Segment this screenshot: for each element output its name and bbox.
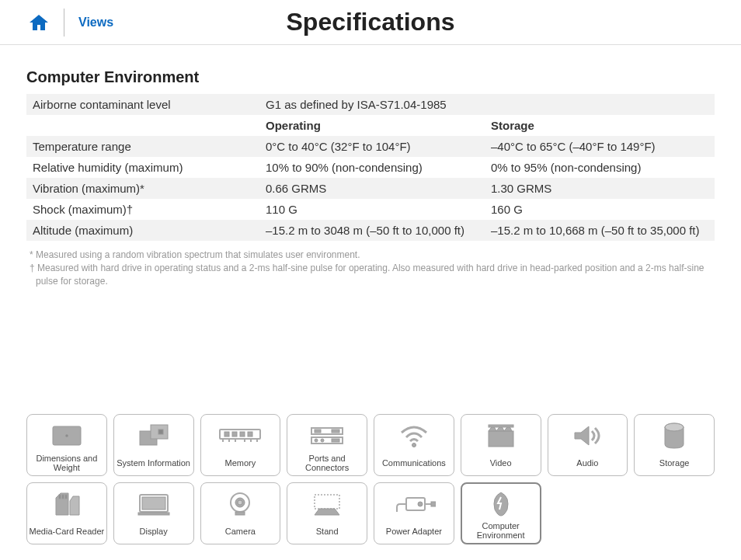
footnote: † Measured with hard drive in operating …	[36, 262, 715, 288]
svg-rect-42	[315, 495, 339, 509]
row-label: Altitude (maximum)	[26, 220, 259, 241]
display-icon	[116, 486, 192, 522]
audio-icon	[550, 418, 626, 454]
svg-rect-37	[138, 513, 169, 515]
nav-label: Audio	[576, 454, 598, 472]
stand-icon	[289, 486, 365, 522]
wifi-icon	[376, 418, 452, 454]
nav-stand[interactable]: Stand	[287, 482, 367, 544]
nav-label: Memory	[225, 454, 256, 472]
row-label: Temperature range	[26, 136, 259, 157]
nav-label: Computer Environment	[464, 521, 538, 540]
nav-display[interactable]: Display	[113, 482, 194, 544]
row-operating: 0°C to 40°C (32°F to 104°F)	[259, 136, 485, 157]
sd-card-icon	[29, 486, 105, 522]
nav-label: Storage	[659, 454, 690, 472]
nav-label: Video	[490, 454, 512, 472]
row-storage: 1.30 GRMS	[485, 178, 715, 199]
home-icon	[28, 13, 50, 32]
section-heading: Computer Environment	[26, 68, 715, 86]
page-title: Specifications	[287, 8, 455, 37]
row-storage: –40°C to 65°C (–40°F to 149°F)	[485, 136, 715, 157]
row-storage: –15.2 m to 10,668 m (–50 ft to 35,000 ft…	[485, 220, 715, 241]
top-bar: Views Specifications	[0, 0, 741, 45]
table-row: Shock (maximum)† 110 G 160 G	[26, 199, 715, 220]
svg-marker-29	[575, 426, 589, 445]
power-adapter-icon	[376, 486, 452, 522]
svg-rect-6	[224, 432, 229, 437]
nav-media-card-reader[interactable]: Media-Card Reader	[26, 482, 107, 544]
table-header-row: Operating Storage	[26, 115, 715, 136]
nav-audio[interactable]: Audio	[548, 414, 628, 476]
svg-rect-22	[332, 439, 339, 442]
nav-label: System Information	[117, 454, 190, 472]
video-icon	[463, 418, 539, 454]
table-row: Vibration (maximum)* 0.66 GRMS 1.30 GRMS	[26, 178, 715, 199]
nav-camera[interactable]: Camera	[200, 482, 281, 544]
nav-dimensions-weight[interactable]: Dimensions and Weight	[26, 414, 107, 476]
svg-rect-34	[65, 495, 67, 499]
row-label: Vibration (maximum)*	[26, 178, 259, 199]
nav-label: Camera	[225, 522, 256, 541]
svg-rect-33	[62, 495, 64, 499]
footnote: * Measured using a random vibration spec…	[30, 249, 715, 262]
nav-label: Media-Card Reader	[30, 522, 105, 541]
svg-rect-4	[158, 430, 163, 434]
svg-point-20	[315, 439, 318, 442]
nav-video[interactable]: Video	[461, 414, 541, 476]
nav-label: Display	[140, 522, 168, 541]
nav-memory[interactable]: Memory	[200, 414, 281, 476]
nav-grid: Dimensions and Weight System Information…	[26, 414, 715, 544]
svg-rect-24	[489, 431, 513, 447]
nav-computer-environment[interactable]: Computer Environment	[461, 482, 541, 544]
row-operating: 10% to 90% (non-condensing)	[259, 157, 485, 178]
svg-point-44	[418, 502, 423, 506]
row-storage: 0% to 95% (non-condensing)	[485, 157, 715, 178]
svg-point-21	[321, 439, 324, 442]
svg-point-31	[665, 423, 684, 431]
svg-rect-46	[431, 502, 436, 506]
row-value: G1 as defined by ISA-S71.04-1985	[259, 94, 715, 115]
table-row: Temperature range 0°C to 40°C (32°F to 1…	[26, 136, 715, 157]
nav-label: Stand	[316, 522, 339, 541]
spec-table: Airborne contaminant level G1 as defined…	[26, 94, 715, 241]
views-link[interactable]: Views	[78, 16, 113, 30]
dimensions-icon	[29, 418, 105, 454]
storage-icon	[636, 418, 712, 454]
nav-power-adapter[interactable]: Power Adapter	[374, 482, 454, 544]
table-row: Altitude (maximum) –15.2 m to 3048 m (–5…	[26, 220, 715, 241]
nav-label: Communications	[382, 454, 446, 472]
svg-rect-41	[235, 512, 245, 515]
row-operating: –15.2 m to 3048 m (–50 ft to 10,000 ft)	[259, 220, 485, 241]
nav-storage[interactable]: Storage	[634, 414, 715, 476]
svg-rect-7	[232, 432, 237, 437]
row-label: Relative humidity (maximum)	[26, 157, 259, 178]
camera-icon	[203, 486, 279, 522]
svg-rect-28	[489, 425, 513, 427]
svg-rect-17	[315, 430, 321, 433]
svg-point-40	[238, 500, 242, 505]
row-label: Airborne contaminant level	[26, 94, 259, 115]
svg-rect-9	[248, 432, 252, 437]
column-header-storage: Storage	[485, 115, 715, 136]
row-storage: 160 G	[485, 199, 715, 220]
svg-point-23	[412, 443, 416, 447]
nav-communications[interactable]: Communications	[374, 414, 454, 476]
svg-rect-18	[332, 430, 339, 433]
nav-label: Power Adapter	[386, 522, 442, 541]
row-operating: 110 G	[259, 199, 485, 220]
home-button[interactable]	[0, 9, 64, 37]
svg-rect-36	[142, 497, 165, 510]
table-row: Airborne contaminant level G1 as defined…	[26, 94, 715, 115]
svg-point-1	[65, 434, 68, 437]
ports-icon	[289, 418, 365, 454]
row-operating: 0.66 GRMS	[259, 178, 485, 199]
nav-system-information[interactable]: System Information	[113, 414, 194, 476]
leaf-icon	[464, 487, 538, 521]
svg-rect-8	[240, 432, 245, 437]
row-label: Shock (maximum)†	[26, 199, 259, 220]
nav-ports-connectors[interactable]: Ports and Connectors	[287, 414, 367, 476]
svg-rect-32	[59, 495, 61, 499]
nav-label: Dimensions and Weight	[29, 454, 105, 472]
system-info-icon	[116, 418, 192, 454]
